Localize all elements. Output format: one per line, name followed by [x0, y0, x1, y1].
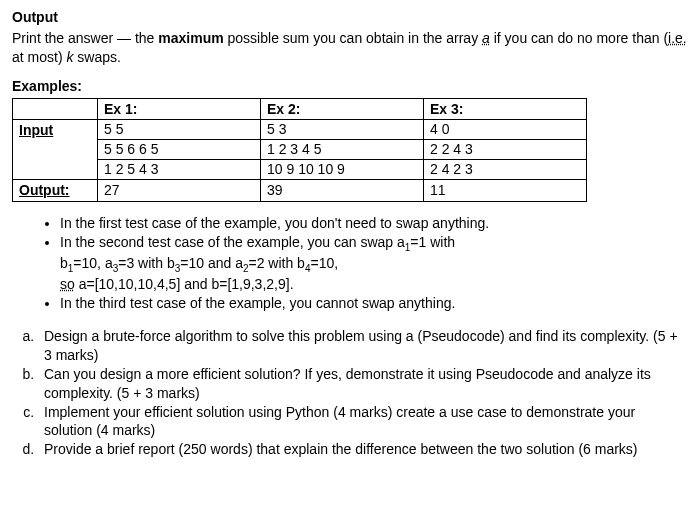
text: possible sum you can obtain in the array	[224, 30, 482, 46]
cell: 2 4 2 3	[424, 160, 587, 180]
text: at most)	[12, 49, 66, 65]
cell-empty	[13, 98, 98, 120]
text: =2 with b	[248, 255, 304, 271]
questions-list: Design a brute-force algorithm to solve …	[12, 327, 687, 459]
examples-table: Ex 1: Ex 2: Ex 3: Input 5 5 5 3 4 0 5 5 …	[12, 98, 587, 202]
question-d: Provide a brief report (250 words) that …	[38, 440, 687, 459]
header-ex1: Ex 1:	[98, 98, 261, 120]
table-row: Output: 27 39 11	[13, 179, 587, 201]
cell: 5 3	[261, 120, 424, 140]
output-description: Print the answer — the maximum possible …	[12, 29, 687, 67]
question-c: Implement your efficient solution using …	[38, 403, 687, 441]
cell: 5 5	[98, 120, 261, 140]
text: Print the answer — the	[12, 30, 158, 46]
cell: 1 2 3 4 5	[261, 140, 424, 160]
output-heading: Output	[12, 8, 687, 27]
ie: i.e.	[668, 30, 687, 46]
text: =10, a	[73, 255, 112, 271]
output-label: Output:	[13, 179, 98, 201]
header-ex2: Ex 2:	[261, 98, 424, 120]
cell: 1 2 5 4 3	[98, 160, 261, 180]
cell: 10 9 10 10 9	[261, 160, 424, 180]
text: b	[60, 255, 68, 271]
input-label: Input	[13, 120, 98, 179]
text: =1 with	[410, 234, 455, 250]
table-row: 1 2 5 4 3 10 9 10 10 9 2 4 2 3	[13, 160, 587, 180]
text: In the second test case of the example, …	[60, 234, 405, 250]
cell: 5 5 6 6 5	[98, 140, 261, 160]
list-item: In the first test case of the example, y…	[60, 214, 687, 233]
so: so	[60, 276, 75, 292]
text: =3 with b	[118, 255, 174, 271]
var-a: a	[482, 30, 490, 46]
examples-heading: Examples:	[12, 77, 687, 96]
text: =10,	[310, 255, 338, 271]
table-row: 5 5 6 6 5 1 2 3 4 5 2 2 4 3	[13, 140, 587, 160]
cell: 27	[98, 179, 261, 201]
cell: 2 2 4 3	[424, 140, 587, 160]
text-bold: maximum	[158, 30, 223, 46]
list-item: In the second test case of the example, …	[60, 233, 687, 294]
question-a: Design a brute-force algorithm to solve …	[38, 327, 687, 365]
explanation-list: In the first test case of the example, y…	[12, 214, 687, 313]
table-row: Input 5 5 5 3 4 0	[13, 120, 587, 140]
cell: 11	[424, 179, 587, 201]
cell: 39	[261, 179, 424, 201]
text: =10 and a	[180, 255, 243, 271]
question-b: Can you design a more efficient solution…	[38, 365, 687, 403]
text: if you can do no more than (	[490, 30, 668, 46]
header-ex3: Ex 3:	[424, 98, 587, 120]
cell: 4 0	[424, 120, 587, 140]
list-item: In the third test case of the example, y…	[60, 294, 687, 313]
text: swaps.	[73, 49, 120, 65]
text: a=[10,10,10,4,5] and b=[1,9,3,2,9].	[75, 276, 294, 292]
table-row: Ex 1: Ex 2: Ex 3:	[13, 98, 587, 120]
